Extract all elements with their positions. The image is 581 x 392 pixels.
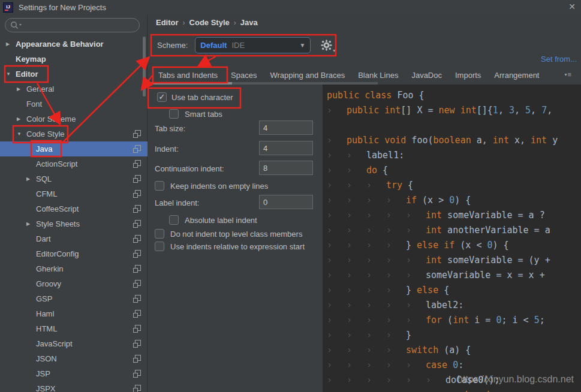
- search-input[interactable]: [23, 21, 125, 30]
- copy-scheme-icon[interactable]: [133, 295, 141, 303]
- absolute-label-indent-checkbox[interactable]: [169, 215, 179, 225]
- copy-scheme-icon[interactable]: [133, 130, 141, 138]
- copy-scheme-icon[interactable]: [133, 340, 141, 348]
- sidebar-item-color-scheme[interactable]: ▶Color Scheme: [0, 111, 147, 126]
- smart-tabs-label[interactable]: Smart tabs: [185, 110, 222, 119]
- tree-collapsed-icon[interactable]: ▶: [26, 176, 36, 182]
- tree-collapsed-icon[interactable]: ▶: [26, 221, 36, 227]
- code-token-pl: anotherVariable = a: [442, 225, 550, 236]
- sidebar-item-sql[interactable]: ▶SQL: [0, 171, 147, 186]
- code-token-pl: {: [377, 165, 388, 176]
- set-from-link[interactable]: Set from...: [541, 55, 577, 64]
- indent-input[interactable]: [259, 141, 313, 155]
- sidebar-item-editor[interactable]: ▼Editor: [0, 67, 147, 82]
- breadcrumb-item-code-style[interactable]: Code Style: [189, 18, 230, 27]
- sidebar-item-general[interactable]: ▶General: [0, 82, 147, 97]
- sidebar-item-javascript[interactable]: JavaScript: [0, 336, 147, 351]
- sidebar-item-jspx[interactable]: JSPX: [0, 381, 147, 392]
- sidebar-item-haml[interactable]: Haml: [0, 306, 147, 321]
- sidebar-item-label: Gherkin: [36, 264, 64, 273]
- tab-imports[interactable]: Imports: [448, 66, 487, 84]
- do-not-indent-top-level-label[interactable]: Do not indent top level class members: [170, 230, 302, 239]
- sidebar-item-cfml[interactable]: CFML: [0, 186, 147, 201]
- sidebar-item-style-sheets[interactable]: ▶Style Sheets: [0, 216, 147, 231]
- do-not-indent-top-level-checkbox[interactable]: [155, 229, 164, 239]
- sidebar-item-editorconfig[interactable]: EditorConfig: [0, 246, 147, 261]
- label-indent-input[interactable]: [259, 195, 313, 209]
- copy-scheme-icon[interactable]: [133, 235, 141, 243]
- code-token-kw: break: [465, 390, 492, 392]
- breadcrumb-item-java[interactable]: Java: [240, 18, 258, 27]
- copy-scheme-icon[interactable]: [133, 310, 141, 318]
- copy-scheme-icon[interactable]: [133, 175, 141, 183]
- code-token-pl: []{: [477, 105, 493, 116]
- tree-collapsed-icon[interactable]: ▶: [17, 86, 26, 92]
- copy-scheme-icon[interactable]: [133, 280, 141, 288]
- more-tabs-button[interactable]: ▾≡: [565, 71, 571, 78]
- sidebar-item-keymap[interactable]: Keymap: [0, 52, 147, 67]
- copy-scheme-icon[interactable]: [133, 250, 141, 258]
- use-indents-relative-label[interactable]: Use indents relative to expression start: [170, 242, 305, 251]
- tree-expanded-icon[interactable]: ▼: [17, 131, 26, 137]
- tab-blank-lines[interactable]: Blank Lines: [351, 66, 405, 84]
- copy-scheme-icon[interactable]: [133, 370, 141, 378]
- sidebar-item-html[interactable]: HTML: [0, 321, 147, 336]
- copy-scheme-icon[interactable]: [133, 145, 141, 153]
- copy-scheme-icon[interactable]: [133, 160, 141, 168]
- keep-indents-label[interactable]: Keep indents on empty lines: [170, 182, 268, 191]
- sidebar-item-coffeescript[interactable]: CoffeeScript: [0, 201, 147, 216]
- tab-arrangement[interactable]: Arrangement: [487, 66, 546, 84]
- tab-whitespace-icon: ›: [386, 343, 406, 358]
- sidebar-item-jsp[interactable]: JSP: [0, 366, 147, 381]
- tab-whitespace-icon: ›: [366, 343, 386, 358]
- copy-scheme-icon[interactable]: [133, 220, 141, 228]
- absolute-label-indent-label[interactable]: Absolute label indent: [185, 216, 257, 225]
- tree-expanded-icon[interactable]: ▼: [6, 71, 16, 77]
- copy-scheme-icon[interactable]: [133, 265, 141, 273]
- smart-tabs-checkbox[interactable]: [169, 109, 179, 119]
- sidebar-item-json[interactable]: JSON: [0, 351, 147, 366]
- tab-wrapping-and-braces[interactable]: Wrapping and Braces: [263, 66, 351, 84]
- sidebar-item-dart[interactable]: Dart: [0, 231, 147, 246]
- sidebar-item-label: GSP: [36, 294, 52, 303]
- settings-search-box[interactable]: [5, 18, 140, 32]
- scheme-label: Scheme:: [157, 41, 188, 50]
- sidebar-item-appearance-behavior[interactable]: ▶Appearance & Behavior: [0, 37, 147, 52]
- code-token-pl: ,: [531, 105, 541, 116]
- sidebar-item-code-style[interactable]: ▼Code Style: [0, 126, 147, 141]
- scheme-dropdown[interactable]: Default IDE ▼: [195, 37, 311, 53]
- copy-scheme-icon[interactable]: [133, 325, 141, 333]
- sidebar-item-gherkin[interactable]: Gherkin: [0, 261, 147, 276]
- sidebar-item-actionscript[interactable]: ActionScript: [0, 156, 147, 171]
- copy-scheme-icon[interactable]: [133, 355, 141, 363]
- copy-scheme-icon[interactable]: [133, 205, 141, 213]
- tab-spaces[interactable]: Spaces: [224, 66, 263, 84]
- tab-size-input[interactable]: [259, 120, 313, 135]
- sidebar-item-groovy[interactable]: Groovy: [0, 276, 147, 291]
- tab-whitespace-icon: ›: [347, 163, 366, 178]
- sidebar-scrollbar-thumb[interactable]: [143, 37, 146, 97]
- tab-javadoc[interactable]: JavaDoc: [405, 66, 448, 84]
- use-tab-character-checkbox[interactable]: [157, 92, 167, 102]
- sidebar-item-gsp[interactable]: GSP: [0, 291, 147, 306]
- sidebar-item-java[interactable]: Java: [0, 141, 147, 156]
- keep-indents-checkbox[interactable]: [155, 181, 164, 191]
- tab-whitespace-icon: ›: [366, 328, 386, 343]
- use-indents-relative-checkbox[interactable]: [155, 242, 164, 251]
- tree-collapsed-icon[interactable]: ▶: [17, 116, 26, 122]
- copy-scheme-icon[interactable]: [133, 385, 141, 392]
- continuation-indent-input[interactable]: [259, 161, 313, 175]
- close-icon[interactable]: ✕: [568, 2, 576, 11]
- scheme-actions-button[interactable]: ▾: [321, 40, 334, 52]
- scheme-row: Scheme: Default IDE ▼: [147, 35, 334, 56]
- tree-collapsed-icon[interactable]: ▶: [6, 41, 16, 47]
- code-token-kw: public: [347, 105, 379, 116]
- copy-scheme-icon[interactable]: [133, 190, 141, 198]
- tab-whitespace-icon: ›: [347, 358, 366, 373]
- sidebar-item-font[interactable]: Font: [0, 97, 147, 111]
- code-line: ››label1:: [327, 148, 581, 163]
- breadcrumb-item-editor[interactable]: Editor: [156, 18, 179, 27]
- use-tab-character-label[interactable]: Use tab character: [171, 93, 233, 102]
- tab-tabs-and-indents[interactable]: Tabs and Indents: [152, 66, 224, 84]
- tab-whitespace-icon: ›: [386, 283, 406, 298]
